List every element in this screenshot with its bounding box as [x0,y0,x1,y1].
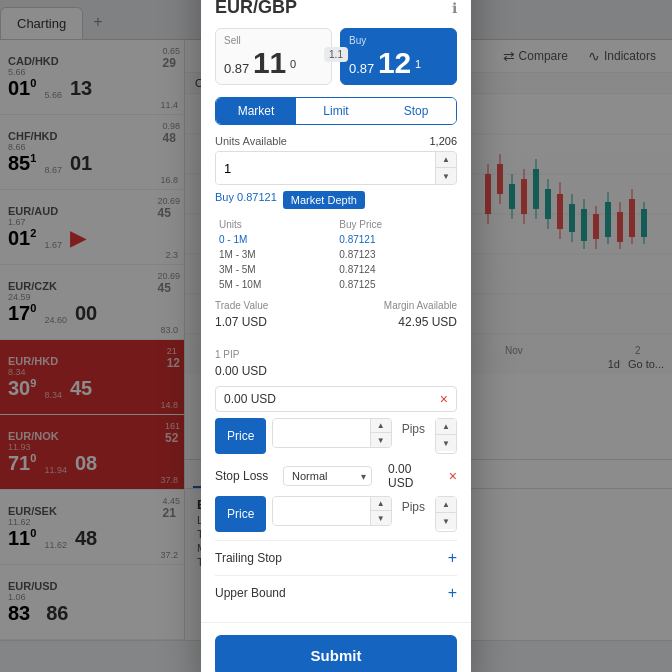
trailing-stop-row[interactable]: Trailing Stop + [215,540,457,575]
depth-table: Units Buy Price 0 - 1M 0.87121 1M - 3M 0… [215,217,457,292]
pip-label: 1 PIP [215,349,268,360]
pips-label: Pips [398,418,429,454]
upper-bound-label: Upper Bound [215,586,286,600]
trailing-stop-label: Trailing Stop [215,551,282,565]
price-field[interactable] [273,419,369,447]
units-available-label: Units Available [215,135,287,147]
new-order-modal: New Order × EUR/GBP ℹ Sell 0.87 11 0 [201,0,471,672]
quantity-field[interactable] [216,152,435,184]
stop-price-button[interactable]: Price [215,496,266,532]
margin-value: 42.95 USD [384,315,457,329]
usd-value: 0.00 USD [224,392,276,406]
order-type-tabs: Market Limit Stop [215,97,457,125]
trade-info: Trade Value 1.07 USD 1 PIP 0.00 USD Marg… [215,300,457,378]
pips-up[interactable]: ▲ [436,419,456,435]
buy-price-box[interactable]: Buy 0.87 12 1 [340,28,457,85]
price-down[interactable]: ▼ [371,433,391,447]
stop-pips-up[interactable]: ▲ [436,497,456,513]
units-available-value: 1,206 [429,135,457,147]
pair-row: EUR/GBP ℹ [215,0,457,18]
quantity-down[interactable]: ▼ [436,168,456,184]
buy-price-link[interactable]: Buy 0.87121 [215,191,277,209]
buy-label: Buy [349,35,448,46]
stop-loss-select[interactable]: Normal Guaranteed Trailing [283,466,372,486]
buy-market-row: Buy 0.87121 Market Depth [215,191,457,209]
trade-value-label: Trade Value [215,300,268,311]
spread-badge: 1.1 [324,47,348,62]
units-row: Units Available 1,206 [215,135,457,147]
modal-body: EUR/GBP ℹ Sell 0.87 11 0 1.1 [201,0,471,622]
stop-price-up[interactable]: ▲ [371,497,391,511]
stop-pips-label: Pips [398,496,429,532]
sell-price-value: 0.87 11 0 [224,48,323,78]
stop-price-down[interactable]: ▼ [371,511,391,525]
depth-row: 3M - 5M 0.87124 [215,262,457,277]
price-up[interactable]: ▲ [371,419,391,433]
quantity-up[interactable]: ▲ [436,152,456,168]
trade-value: 1.07 USD [215,315,268,329]
buy-price-value: 0.87 12 1 [349,48,448,78]
stop-pips-down[interactable]: ▼ [436,513,456,529]
sell-price-box[interactable]: Sell 0.87 11 0 [215,28,332,85]
tab-stop[interactable]: Stop [376,98,456,124]
pips-down[interactable]: ▼ [436,435,456,451]
trailing-stop-expand[interactable]: + [448,549,457,567]
submit-area: Submit [201,622,471,672]
modal-overlay: New Order × EUR/GBP ℹ Sell 0.87 11 0 [0,0,672,672]
stop-price-field[interactable] [273,497,369,525]
usd-input-row: 0.00 USD × [215,386,457,412]
quantity-input[interactable]: ▲ ▼ [215,151,457,185]
pair-name: EUR/GBP [215,0,297,18]
submit-button[interactable]: Submit [215,635,457,672]
margin-label: Margin Available [384,300,457,311]
depth-row: 0 - 1M 0.87121 [215,232,457,247]
usd-clear-button[interactable]: × [440,391,448,407]
stop-usd-value: 0.00 USD [388,462,435,490]
pip-value: 0.00 USD [215,364,268,378]
stop-usd-clear[interactable]: × [449,468,457,484]
price-pips-row: Price ▲ ▼ Pips ▲ ▼ [215,418,457,454]
stop-loss-row: Stop Loss Normal Guaranteed Trailing 0.0… [215,462,457,490]
price-input[interactable]: ▲ ▼ [272,418,391,448]
price-button[interactable]: Price [215,418,266,454]
stop-price-pips-row: Price ▲ ▼ Pips ▲ ▼ [215,496,457,532]
depth-row: 5M - 10M 0.87125 [215,277,457,292]
sell-label: Sell [224,35,323,46]
upper-bound-expand[interactable]: + [448,584,457,602]
stop-price-input[interactable]: ▲ ▼ [272,496,391,526]
upper-bound-row[interactable]: Upper Bound + [215,575,457,610]
price-boxes: Sell 0.87 11 0 1.1 Buy 0.87 12 [215,28,457,85]
tab-market[interactable]: Market [216,98,296,124]
info-icon[interactable]: ℹ [452,0,457,16]
stop-loss-label: Stop Loss [215,469,275,483]
market-depth-button[interactable]: Market Depth [283,191,365,209]
tab-limit[interactable]: Limit [296,98,376,124]
depth-row: 1M - 3M 0.87123 [215,247,457,262]
